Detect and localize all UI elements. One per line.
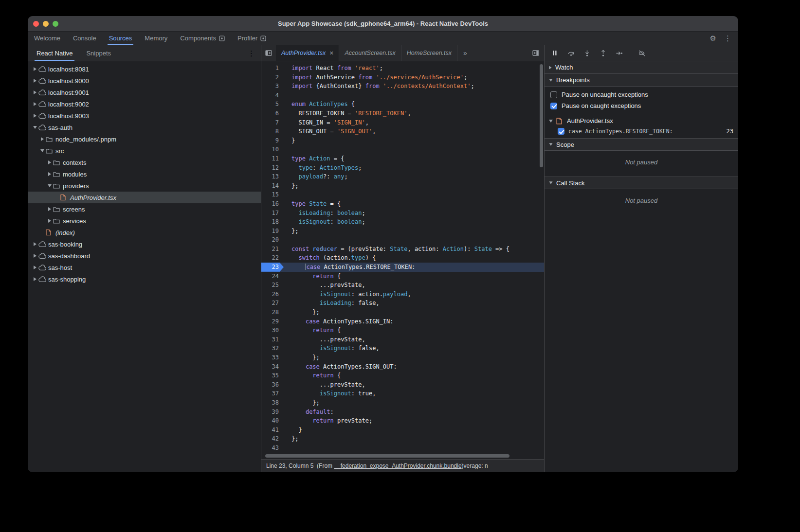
tree-item-localhost-8081[interactable]: localhost:8081 (28, 63, 261, 75)
code-text[interactable]: isSignout: false, (284, 344, 380, 353)
close-tab-icon[interactable]: × (329, 49, 333, 57)
line-number[interactable]: 11 (261, 154, 284, 163)
pause-uncaught-checkbox[interactable] (550, 91, 557, 98)
horizontal-scrollbar-thumb[interactable] (265, 454, 509, 458)
scope-section-header[interactable]: Scope (545, 138, 738, 151)
editor-tab-authprovider-tsx[interactable]: AuthProvider.tsx× (276, 45, 339, 61)
tree-item-localhost-9001[interactable]: localhost:9001 (28, 87, 261, 98)
code-text[interactable]: return { (284, 326, 341, 335)
line-number[interactable]: 25 (261, 281, 284, 290)
line-number[interactable]: 39 (261, 408, 284, 417)
code-line[interactable]: 5enum ActionTypes { (261, 100, 544, 109)
tree-item-screens[interactable]: screens (28, 203, 261, 215)
tab-console[interactable]: Console (67, 32, 103, 45)
code-line[interactable]: 12 type: ActionTypes; (261, 163, 544, 173)
code-line[interactable]: 13 payload?: any; (261, 172, 544, 181)
line-number[interactable]: 30 (261, 326, 284, 335)
code-text[interactable] (284, 190, 291, 199)
line-number[interactable]: 16 (261, 199, 284, 209)
line-number[interactable]: 1 (261, 64, 284, 73)
line-number[interactable]: 2 (261, 73, 284, 82)
code-text[interactable] (284, 443, 291, 452)
code-line[interactable]: 16type State = { (261, 199, 544, 209)
code-line[interactable]: 9} (261, 136, 544, 145)
watch-section-header[interactable]: Watch (545, 61, 738, 74)
line-number[interactable]: 9 (261, 136, 284, 145)
code-text[interactable]: ...prevState, (284, 335, 365, 344)
code-line[interactable]: 33 }; (261, 353, 544, 362)
tab-sources[interactable]: Sources (103, 32, 139, 45)
step-icon[interactable] (615, 49, 623, 57)
code-line[interactable]: 42}; (261, 434, 544, 443)
code-editor[interactable]: 1import React from 'react';2import AuthS… (261, 61, 544, 452)
code-text[interactable]: case ActionTypes.SIGN_OUT: (284, 362, 397, 372)
code-text[interactable]: default: (284, 408, 334, 417)
line-number[interactable]: 15 (261, 190, 284, 199)
tree-item-sas-host[interactable]: sas-host (28, 262, 261, 273)
line-number[interactable]: 42 (261, 434, 284, 443)
toggle-debugger-sidebar-icon[interactable] (527, 45, 544, 61)
navigator-tab-snippets[interactable]: Snippets (79, 45, 118, 61)
tree-item-localhost-9000[interactable]: localhost:9000 (28, 75, 261, 87)
code-text[interactable] (284, 91, 291, 100)
line-number[interactable]: 28 (261, 308, 284, 317)
line-number[interactable]: 18 (261, 217, 284, 227)
code-line[interactable]: 24 return { (261, 272, 544, 281)
pause-caught-row[interactable]: Pause on caught exceptions (545, 100, 738, 111)
vertical-scrollbar[interactable] (540, 64, 543, 167)
horizontal-scrollbar-track[interactable] (261, 452, 544, 459)
disclosure-arrow-icon[interactable] (32, 277, 38, 281)
disclosure-arrow-icon[interactable] (32, 114, 38, 118)
line-number[interactable]: 7 (261, 118, 284, 127)
more-tabs-chevron-icon[interactable]: » (457, 45, 473, 61)
line-number[interactable]: 32 (261, 344, 284, 353)
step-out-icon[interactable] (599, 49, 607, 57)
code-line[interactable]: 4 (261, 91, 544, 100)
line-number[interactable]: 26 (261, 290, 284, 299)
tree-item-src[interactable]: src (28, 145, 261, 157)
tree-item-providers[interactable]: providers (28, 180, 261, 192)
navigator-more-menu-icon[interactable]: ⋮ (248, 45, 261, 61)
code-text[interactable]: type State = { (284, 199, 341, 209)
line-number[interactable]: 21 (261, 245, 284, 254)
tree-item-sas-dashboard[interactable]: sas-dashboard (28, 250, 261, 262)
code-line[interactable]: 18 isSignout: boolean; (261, 217, 544, 227)
code-text[interactable]: }; (284, 398, 320, 408)
line-number[interactable]: 17 (261, 209, 284, 218)
code-line[interactable]: 15 (261, 190, 544, 199)
line-number[interactable]: 14 (261, 181, 284, 191)
line-number[interactable]: 3 (261, 82, 284, 91)
code-text[interactable]: const reducer = (prevState: State, actio… (284, 245, 509, 254)
code-text[interactable]: return prevState; (284, 416, 372, 426)
code-text[interactable]: enum ActionTypes { (284, 100, 355, 109)
code-text[interactable]: } (284, 426, 302, 435)
code-line[interactable]: 38 }; (261, 398, 544, 408)
disclosure-arrow-icon[interactable] (46, 184, 53, 187)
tree-item-sas-booking[interactable]: sas-booking (28, 238, 261, 250)
code-line[interactable]: 31 ...prevState, (261, 335, 544, 344)
code-text[interactable]: isSignout: boolean; (284, 217, 365, 227)
code-line[interactable]: 35 return { (261, 371, 544, 380)
line-number[interactable]: 31 (261, 335, 284, 344)
settings-gear-icon[interactable]: ⚙ (710, 35, 716, 42)
disclosure-arrow-icon[interactable] (32, 102, 38, 106)
editor-tab-accountscreen-tsx[interactable]: AccountScreen.tsx (339, 45, 401, 61)
step-over-icon[interactable] (567, 49, 575, 57)
code-line[interactable]: 28 }; (261, 308, 544, 317)
code-line[interactable]: 22 switch (action.type) { (261, 253, 544, 263)
tab-profiler[interactable]: Profiler (231, 32, 273, 45)
pause-caught-checkbox[interactable] (550, 103, 557, 109)
code-line[interactable]: 26 isSignout: action.payload, (261, 290, 544, 299)
disclosure-arrow-icon[interactable] (32, 67, 38, 71)
breakpoints-section-header[interactable]: Breakpoints (545, 74, 738, 87)
disclosure-arrow-icon[interactable] (32, 254, 38, 258)
line-number[interactable]: 43 (261, 443, 284, 452)
breakpoint-file-group[interactable]: AuthProvider.tsx (545, 114, 738, 126)
code-text[interactable]: payload?: any; (284, 172, 348, 181)
deactivate-breakpoints-icon[interactable] (638, 49, 646, 57)
disclosure-arrow-icon[interactable] (39, 149, 46, 152)
code-text[interactable]: isLoading: boolean; (284, 209, 365, 218)
code-line[interactable]: 10 (261, 145, 544, 154)
line-number[interactable]: 19 (261, 227, 284, 236)
disclosure-arrow-icon[interactable] (46, 172, 53, 176)
